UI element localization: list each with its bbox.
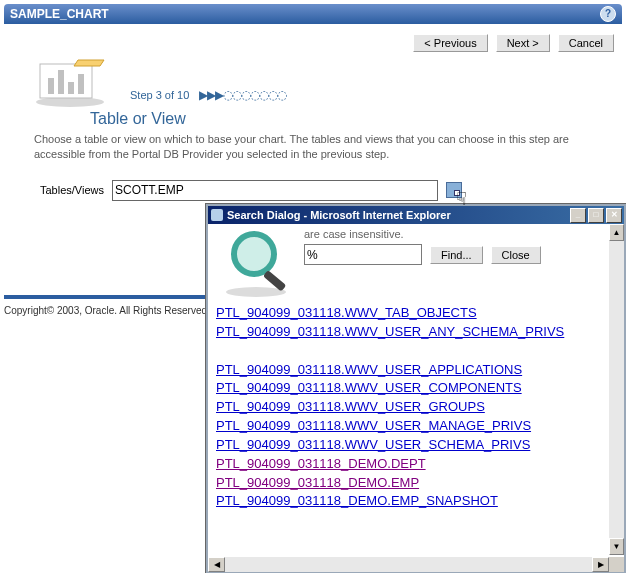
- search-result-link[interactable]: PTL_904099_031118.WWV_USER_MANAGE_PRIVS: [216, 418, 531, 433]
- search-result-link[interactable]: PTL_904099_031118.WWV_TAB_OBJECTS: [216, 305, 477, 320]
- vertical-scrollbar[interactable]: ▲ ▼: [609, 224, 624, 555]
- find-button[interactable]: Find...: [430, 246, 483, 264]
- step-dots-icon: ▶▶▶◌◌◌◌◌◌◌: [199, 88, 286, 102]
- svg-rect-5: [78, 74, 84, 94]
- search-result-link[interactable]: PTL_904099_031118.WWV_USER_SCHEMA_PRIVS: [216, 437, 530, 452]
- search-result-link[interactable]: PTL_904099_031118.WWV_USER_COMPONENTS: [216, 380, 522, 395]
- wizard-titlebar: SAMPLE_CHART ?: [4, 4, 622, 24]
- svg-point-6: [226, 287, 286, 297]
- svg-rect-1: [40, 64, 92, 98]
- search-input[interactable]: [304, 244, 422, 265]
- svg-rect-4: [68, 82, 74, 94]
- maximize-button[interactable]: □: [588, 208, 604, 223]
- search-dialog-titlebar[interactable]: Search Dialog - Microsoft Internet Explo…: [208, 206, 624, 224]
- section-description: Choose a table or view on which to base …: [30, 132, 596, 162]
- previous-button[interactable]: < Previous: [413, 34, 487, 52]
- list-of-values-icon[interactable]: [446, 182, 462, 198]
- next-button[interactable]: Next >: [496, 34, 550, 52]
- scroll-track[interactable]: [225, 557, 592, 572]
- svg-point-7: [234, 234, 274, 274]
- close-window-button[interactable]: ✕: [606, 208, 622, 223]
- svg-rect-3: [58, 70, 64, 94]
- chart-wizard-icon: [30, 56, 110, 108]
- scroll-left-icon[interactable]: ◀: [208, 557, 225, 572]
- tables-views-label: Tables/Views: [40, 184, 104, 196]
- search-result-link[interactable]: PTL_904099_031118.WWV_USER_GROUPS: [216, 399, 485, 414]
- step-label: Step 3 of 10: [130, 89, 189, 101]
- search-results-list: PTL_904099_031118.WWV_TAB_OBJECTSPTL_904…: [208, 300, 624, 566]
- scroll-right-icon[interactable]: ▶: [592, 557, 609, 572]
- magnifier-icon: [212, 228, 298, 298]
- scroll-up-icon[interactable]: ▲: [609, 224, 624, 241]
- step-indicator: Step 3 of 10 ▶▶▶◌◌◌◌◌◌◌: [130, 88, 286, 108]
- section-heading: Table or View: [90, 110, 596, 128]
- cancel-button[interactable]: Cancel: [558, 34, 614, 52]
- scroll-down-icon[interactable]: ▼: [609, 538, 624, 555]
- search-result-link[interactable]: PTL_904099_031118.WWV_USER_ANY_SCHEMA_PR…: [216, 324, 564, 339]
- tables-views-input[interactable]: [112, 180, 438, 201]
- search-result-link[interactable]: PTL_904099_031118_DEMO.EMP_SNAPSHOT: [216, 493, 498, 508]
- search-dialog-window: Search Dialog - Microsoft Internet Explo…: [206, 204, 626, 573]
- help-icon[interactable]: ?: [600, 6, 616, 22]
- search-result-link[interactable]: PTL_904099_031118_DEMO.EMP: [216, 475, 419, 490]
- horizontal-scrollbar[interactable]: ◀ ▶: [208, 557, 609, 572]
- close-button[interactable]: Close: [491, 246, 541, 264]
- search-result-link[interactable]: PTL_904099_031118.WWV_USER_APPLICATIONS: [216, 362, 522, 377]
- scroll-track[interactable]: [609, 241, 624, 538]
- search-dialog-title: Search Dialog - Microsoft Internet Explo…: [227, 209, 568, 221]
- wizard-button-row: < Previous Next > Cancel: [0, 24, 626, 56]
- svg-rect-2: [48, 78, 54, 94]
- scroll-corner: [609, 557, 624, 572]
- search-result-link[interactable]: PTL_904099_031118_DEMO.DEPT: [216, 456, 426, 471]
- case-insensitive-label: are case insensitive.: [304, 228, 620, 240]
- minimize-button[interactable]: _: [570, 208, 586, 223]
- ie-logo-icon: [211, 209, 223, 221]
- wizard-title: SAMPLE_CHART: [10, 4, 109, 24]
